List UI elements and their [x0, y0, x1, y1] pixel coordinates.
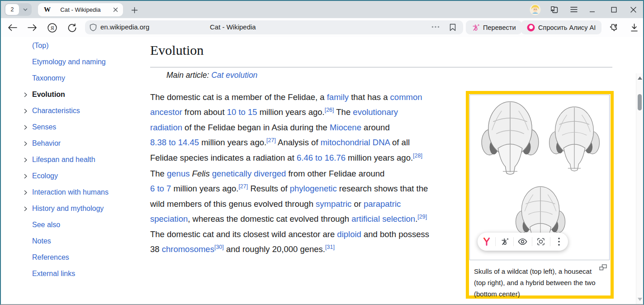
wiki-link[interactable]: phylogenetic: [290, 184, 337, 193]
profile-avatar[interactable]: [529, 1, 541, 18]
wiki-link[interactable]: genetically diverged: [212, 169, 286, 178]
sidebar-item-label: See also: [32, 221, 60, 229]
translate-icon: [472, 24, 480, 32]
translate-image-icon[interactable]: [499, 236, 511, 248]
sidebar-item[interactable]: Interaction with humans: [23, 184, 147, 200]
wiki-link[interactable]: diploid: [337, 229, 361, 239]
tab-cat-wikipedia[interactable]: W Cat - Wikipedia: [38, 3, 123, 16]
chevron-right-icon[interactable]: [23, 157, 32, 163]
extensions-icon[interactable]: [607, 18, 620, 37]
maximize-button[interactable]: [607, 1, 620, 18]
reference-link[interactable]: [26]: [325, 107, 334, 113]
translate-button[interactable]: Перевести: [466, 20, 522, 34]
wiki-link[interactable]: 6 to 7: [150, 184, 171, 193]
wiki-link[interactable]: chromosomes: [162, 244, 214, 254]
wiki-link[interactable]: sympatric: [316, 199, 351, 209]
wiki-link[interactable]: mitochondrial DNA: [321, 138, 390, 147]
chevron-down-icon[interactable]: [19, 7, 32, 12]
sidebar-item[interactable]: Lifespan and health: [23, 152, 147, 168]
sidebar-item[interactable]: Notes: [23, 233, 147, 249]
scrollbar-thumb[interactable]: [638, 94, 642, 110]
sidebar-item[interactable]: Evolution: [23, 86, 147, 103]
sidebar-item[interactable]: Senses: [23, 119, 147, 135]
bookmark-icon[interactable]: [450, 24, 456, 31]
page-content: (Top)Etymology and namingTaxonomyEvoluti…: [1, 37, 643, 304]
wiki-link[interactable]: artificial selection: [351, 214, 415, 224]
reference-link[interactable]: [27]: [238, 183, 248, 190]
wiki-link[interactable]: ancestor: [150, 107, 182, 117]
reference-link[interactable]: [28]: [413, 152, 422, 159]
menu-icon[interactable]: [568, 1, 580, 18]
skulls-image[interactable]: [469, 95, 610, 260]
wiki-link[interactable]: evolutionary: [353, 107, 398, 117]
shield-icon[interactable]: [90, 24, 97, 31]
sidebar-item-label: Lifespan and health: [32, 156, 95, 164]
sidebar-item-label: Behavior: [32, 139, 61, 148]
back-icon[interactable]: [5, 18, 19, 37]
downloads-icon[interactable]: [627, 18, 641, 37]
chevron-right-icon[interactable]: [23, 124, 32, 130]
yandex-browser-icon[interactable]: Я: [45, 18, 59, 37]
scroll-down-arrow-icon[interactable]: [638, 298, 642, 301]
expand-figure-icon[interactable]: [599, 264, 607, 271]
ask-alice-button[interactable]: Спросить Алису AI: [521, 20, 601, 34]
hatnote-link[interactable]: Cat evolution: [211, 71, 257, 80]
address-bar[interactable]: en.wikipedia.org Cat - Wikipedia: [85, 20, 463, 34]
chevron-right-icon[interactable]: [23, 92, 32, 98]
scroll-up-arrow-icon[interactable]: [638, 76, 642, 80]
chevron-right-icon[interactable]: [23, 190, 32, 195]
tab-close-icon[interactable]: [112, 6, 119, 13]
wiki-link[interactable]: common: [390, 92, 422, 102]
sidebar-item[interactable]: Taxonomy: [23, 70, 147, 86]
sidebar-item[interactable]: History and mythology: [23, 200, 147, 217]
toolbar-divider: [532, 237, 532, 246]
chevron-right-icon[interactable]: [23, 108, 32, 114]
image-search-icon[interactable]: [535, 236, 547, 248]
wiki-link[interactable]: radiation: [150, 123, 182, 132]
text-run: research shows that the: [337, 184, 428, 193]
new-tab-button[interactable]: [128, 4, 140, 16]
kebab-menu-icon[interactable]: [553, 236, 565, 248]
hatnote: Main article: Cat evolution: [166, 71, 257, 80]
sidebar-item[interactable]: (Top): [23, 38, 147, 54]
sidebar-item[interactable]: External links: [23, 266, 147, 282]
hatnote-prefix: Main article:: [166, 71, 211, 80]
reference-link[interactable]: [27]: [266, 137, 276, 143]
sidebar-item[interactable]: See also: [23, 217, 147, 233]
sidebar-item[interactable]: Behavior: [23, 135, 147, 152]
sidebar-item[interactable]: Etymology and naming: [23, 54, 147, 70]
forward-icon[interactable]: [25, 18, 39, 37]
wiki-link[interactable]: 10 to 15: [227, 107, 257, 117]
wiki-link[interactable]: 8.38 to 14.45: [150, 138, 199, 147]
sidebar-item[interactable]: Characteristics: [23, 103, 147, 119]
wiki-link[interactable]: parapatric: [364, 199, 401, 209]
wiki-link[interactable]: Miocene: [330, 123, 361, 132]
sidebar-item-label: Notes: [32, 237, 51, 245]
translate-button-label: Перевести: [483, 24, 516, 31]
sidebar-item[interactable]: Ecology: [23, 168, 147, 184]
reference-link[interactable]: [30]: [214, 244, 224, 250]
chevron-right-icon[interactable]: [23, 173, 32, 179]
wiki-link[interactable]: 6.46 to 16.76: [297, 153, 346, 162]
eye-icon[interactable]: [517, 236, 529, 248]
wiki-link[interactable]: speciation: [150, 214, 188, 224]
wiki-link[interactable]: genus: [167, 169, 189, 178]
tab-count-widget[interactable]: 2: [5, 3, 32, 16]
wiki-link[interactable]: family: [327, 92, 349, 102]
chevron-right-icon[interactable]: [23, 206, 32, 212]
minimize-button[interactable]: [586, 1, 598, 18]
heading-divider: [150, 67, 612, 67]
sidebar-item-label: Interaction with humans: [32, 188, 109, 196]
sidebar-item[interactable]: References: [23, 249, 147, 266]
vertical-scrollbar[interactable]: [636, 73, 643, 304]
reference-link[interactable]: [31]: [325, 244, 335, 250]
yandex-logo-icon[interactable]: [481, 236, 492, 248]
close-button[interactable]: [627, 1, 639, 18]
more-actions-icon[interactable]: [431, 26, 440, 28]
chevron-right-icon[interactable]: [23, 141, 32, 147]
reference-link[interactable]: [29]: [417, 214, 427, 220]
text-run: around: [361, 123, 390, 132]
refresh-icon[interactable]: [65, 18, 79, 37]
tab-count[interactable]: 2: [5, 4, 19, 15]
side-panel-icon[interactable]: [548, 1, 560, 18]
